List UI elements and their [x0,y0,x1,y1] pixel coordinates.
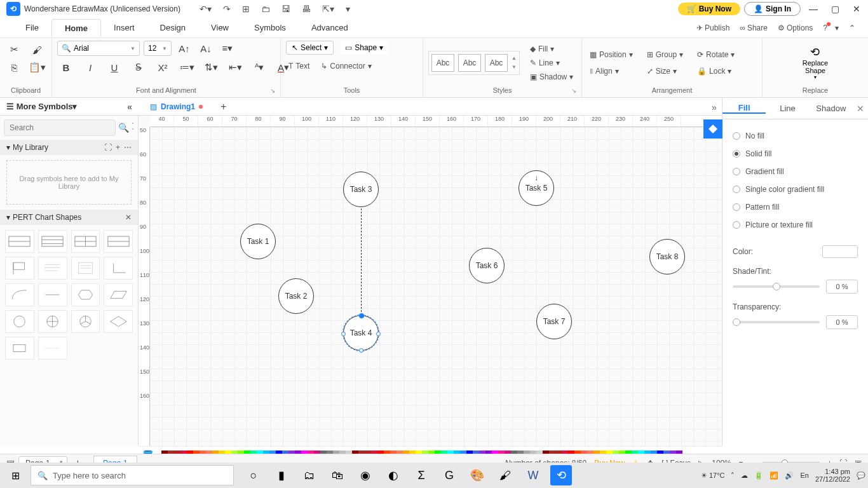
taskbar-app-1[interactable]: ▮ [271,465,292,485]
shape-text1[interactable] [38,257,67,280]
tray-wifi-icon[interactable]: 📶 [770,471,778,480]
tray-clock[interactable]: 1:43 pm 27/12/2022 [815,468,850,483]
new-icon[interactable]: ⊞ [242,4,250,14]
lib-more-icon[interactable]: ⋯ [124,143,132,152]
radio-no-fill[interactable]: No fill [733,127,858,145]
style-preset-3[interactable]: Abc [485,54,508,72]
taskbar-search[interactable]: 🔍 Type here to search [31,465,234,485]
position-tool[interactable]: ▦ Position▾ [587,48,635,61]
connector-3-4[interactable] [361,202,362,328]
bold-icon[interactable]: B [57,60,75,75]
collapse-left-icon[interactable]: « [127,102,132,112]
menu-home[interactable]: Home [51,19,101,37]
sel-handle-right[interactable] [376,332,381,336]
lib-expand-icon[interactable]: ⛶ [104,143,112,152]
font-launcher-icon[interactable]: ↘ [270,87,275,94]
shape-tool[interactable]: ▭ Shape ▾ [340,41,388,55]
radio-solid-fill[interactable]: Solid fill [733,145,858,163]
symbol-search-input[interactable] [4,119,116,136]
tray-volume-icon[interactable]: 🔊 [785,471,794,480]
shape-table1[interactable] [5,230,34,253]
close-button[interactable]: ✕ [848,4,865,14]
doc-tab-drawing1[interactable]: ▤ Drawing1 [139,100,214,114]
style-preset-1[interactable]: Abc [431,54,454,72]
shape-table4[interactable] [104,230,133,253]
undo-icon[interactable]: ↶▾ [200,4,212,14]
weather-widget[interactable]: ☀ 17°C [701,471,725,480]
connector-tool[interactable]: ↳ Connector ▾ [318,60,374,72]
sign-in-button[interactable]: 👤 Sign In [744,2,801,16]
shape-table3[interactable] [71,230,100,253]
taskbar-app-4[interactable]: 🎨 [466,465,488,485]
shade-value[interactable]: 0 % [826,280,858,294]
superscript-icon[interactable]: X² [154,60,172,75]
taskbar-edrawmax-icon[interactable]: ⟲ [550,465,572,485]
copy-icon[interactable]: ⎘ [5,60,23,75]
style-up-icon[interactable]: ▲ [512,55,517,61]
lib-add-icon[interactable]: + [116,143,120,152]
search-icon[interactable]: 🔍 [118,123,129,133]
tray-chevron-icon[interactable]: ˄ [731,471,735,480]
radio-pattern-fill[interactable]: Pattern fill [733,198,858,216]
shape-line[interactable] [38,283,67,306]
share-button[interactable]: ∞ Share [740,24,768,32]
task-6[interactable]: Task 6 [469,248,505,283]
shape-angle[interactable] [104,257,133,280]
shape-hexagon[interactable] [71,283,100,306]
shape-table2[interactable] [38,230,67,253]
task-2[interactable]: Task 2 [278,278,314,314]
replace-shape-button[interactable]: ⟲ Replace Shape ▾ [803,45,828,80]
start-button[interactable]: ⊞ [3,465,28,485]
transparency-slider[interactable] [733,321,820,323]
indent-icon[interactable]: ⇤▾ [226,60,244,75]
radio-gradient-fill[interactable]: Gradient fill [733,163,858,180]
tray-lang-icon[interactable]: En [800,471,808,479]
more-qat-icon[interactable]: ▾ [346,4,350,14]
select-tool[interactable]: ↖ Select ▾ [286,41,334,55]
italic-icon[interactable]: I [81,60,99,75]
line-spacing-icon[interactable]: ⇅▾ [202,60,220,75]
text-tool[interactable]: T Text [286,60,312,72]
tray-notifications-icon[interactable]: 💬 [857,471,865,480]
sel-handle-bottom[interactable] [359,348,363,353]
expand-right-icon[interactable]: » [707,100,722,114]
rp-tab-shadow[interactable]: Shadow [810,104,853,113]
scroll-up-icon[interactable]: ˄ [132,122,134,128]
shape-flag[interactable] [5,257,34,280]
lock-tool[interactable]: 🔒 Lock▾ [695,65,737,78]
shape-rect[interactable] [5,337,34,360]
cut-icon[interactable]: ✂ [5,42,23,57]
radio-picture-fill[interactable]: Picture or texture fill [733,216,858,234]
taskbar-word-icon[interactable]: W [522,465,544,485]
bullets-icon[interactable]: ≔▾ [178,60,196,75]
task-3[interactable]: Task 3 [343,172,379,207]
taskbar-app-3[interactable]: G [438,465,460,485]
more-symbols-button[interactable]: More Symbols [17,102,73,111]
shape-diamond[interactable] [104,310,133,333]
open-icon[interactable]: 🗀 [261,4,270,14]
collapse-ribbon-icon[interactable]: ⌃ [849,24,855,32]
shape-dashes[interactable] [38,337,67,360]
scroll-down-icon[interactable]: ˅ [132,128,134,133]
shade-slider[interactable] [733,285,820,288]
taskbar-app-5[interactable]: 🖌 [494,465,516,485]
taskbar-explorer-icon[interactable]: 🗂 [299,465,320,485]
rp-close-icon[interactable]: ✕ [853,104,868,114]
sel-handle-left[interactable] [341,332,346,336]
menu-insert[interactable]: Insert [101,19,147,36]
menu-design[interactable]: Design [147,19,198,36]
task-view-icon[interactable]: ○ [243,465,264,485]
size-tool[interactable]: ⤢ Size▾ [644,65,686,78]
style-down-icon[interactable]: ▼ [512,64,517,70]
highlight-icon[interactable]: ᴬ▾ [250,60,268,75]
group-tool[interactable]: ⊞ Group▾ [644,48,686,61]
publish-button[interactable]: ✈ Publish [696,24,729,32]
fill-tool[interactable]: ◆ Fill ▾ [527,43,576,55]
task-7[interactable]: Task 7 [536,304,572,339]
tray-onedrive-icon[interactable]: ☁ [741,471,748,480]
print-icon[interactable]: 🖶 [302,4,311,14]
task-5[interactable]: Task 5↓ [519,170,554,206]
format-painter-icon[interactable]: 🖌 [28,42,46,57]
menu-advanced[interactable]: Advanced [299,19,361,36]
task-4[interactable]: Task 4 [343,315,379,351]
